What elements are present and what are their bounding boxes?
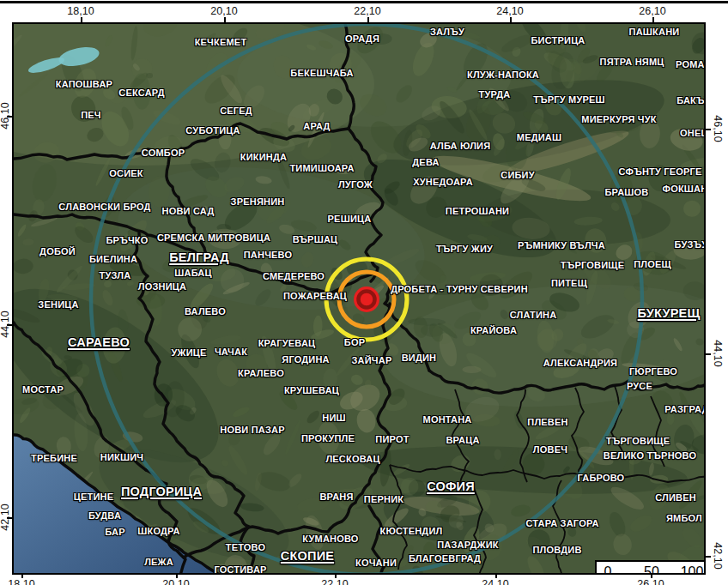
city-label: ГОСТИВАР <box>214 564 266 575</box>
city-label: КРУШЕВАЦ <box>284 385 339 395</box>
city-label: ПЕЧ <box>81 110 101 120</box>
axis-tick-label: 20,10 <box>162 578 189 585</box>
city-label: МИЕРКУРЯ ЧУК <box>581 114 656 124</box>
scale-tick-0: 0 <box>604 564 612 575</box>
map-canvas[interactable]: КЕЧКЕМЕТОРАДЯЗАЛЪУБИСТРИЦАПАШКАНИПЯТРА Н… <box>12 22 706 575</box>
city-label: ЗЕНИЦА <box>38 299 78 310</box>
city-label: ШКОДРА <box>137 526 180 536</box>
city-label: КРАЙОВА <box>470 325 517 335</box>
city-label: БОР <box>344 337 365 347</box>
axis-tick-label: 46,10 <box>712 115 724 142</box>
city-label: ФОКШАНИ <box>663 184 706 194</box>
city-label: КЮСТЕНДИЛ <box>380 526 443 536</box>
city-label: УЖИЦЕ <box>171 347 206 358</box>
capital-city-label: СКОПИЕ <box>281 549 334 563</box>
city-label: БАКЪУ <box>676 95 706 106</box>
city-label: БЛАГОЕВГРАД <box>409 553 481 564</box>
city-label: ПИТЕЩ <box>551 278 587 288</box>
city-label: ЛЕСКОВАЦ <box>325 454 379 464</box>
city-label: ВЪРШАЦ <box>293 234 338 244</box>
city-label: ПЯТРА НЯМЦ <box>600 57 664 67</box>
city-label: БИСТРИЦА <box>531 35 585 45</box>
city-label: НИШ <box>322 413 346 423</box>
city-label: НИКШИЧ <box>100 452 143 462</box>
city-label: АЛЕКСАНДРИЯ <box>543 358 617 368</box>
city-label: РУСЕ <box>627 381 652 391</box>
city-label: НОВИ САД <box>162 206 215 216</box>
axis-tick <box>651 573 652 578</box>
city-label: НОВИ ПАЗАР <box>220 425 284 435</box>
city-label: ПЕРНИК <box>364 494 403 504</box>
city-label: ЯГОДИНА <box>282 354 329 365</box>
axis-tick-label: 18,10 <box>67 5 94 17</box>
seismic-map-screenshot: { "map": { "axis": { "top": [{"label":"1… <box>0 0 728 585</box>
city-label: СЕКСАРД <box>118 87 164 98</box>
city-label: ГАБРОВО <box>578 473 625 483</box>
city-label: ДОБОЙ <box>39 246 76 256</box>
city-label: АРАД <box>303 121 330 131</box>
city-label: ХУНЕДОАРА <box>413 177 473 187</box>
capital-city-label: САРАЕВО <box>68 335 130 349</box>
city-label: СМЕДЕРЕВО <box>263 271 325 281</box>
city-label: СОМБОР <box>142 148 185 158</box>
city-label: СРЕМСКА МИТРОВИЦА <box>157 232 270 243</box>
city-label: ГЮРГЕВО <box>629 366 677 377</box>
axis-tick <box>510 17 512 22</box>
city-label: ТЪРГУ ЖИУ <box>436 244 493 254</box>
axis-tick <box>7 517 12 519</box>
city-label: СУБОТИЦА <box>185 125 240 136</box>
scale-bar: 0 50 100 км <box>595 560 706 575</box>
city-label: СЛАВОНСКИ БРОД <box>58 202 150 212</box>
city-label: РОМАН <box>676 59 706 69</box>
city-label: КОЧАНИ <box>355 558 397 568</box>
city-label: ТЪРГОВИЩЕ <box>606 436 670 446</box>
axis-tick <box>81 17 82 22</box>
city-label: РЪМНИКУ ВЪЛЧА <box>518 240 605 250</box>
city-label: СЛАТИНА <box>510 310 557 320</box>
satellite-basemap <box>14 24 706 575</box>
city-label: БУДВА <box>88 510 121 521</box>
city-label: ЛУГОЖ <box>338 179 373 190</box>
city-label: ЛЕЖА <box>144 557 173 567</box>
capital-city-label: СОФИЯ <box>427 479 475 493</box>
axis-tick <box>224 17 226 22</box>
city-label: БАР <box>105 527 124 537</box>
city-label: ОНЕЩ <box>680 128 706 138</box>
city-label: ВЕЛИКО ТЪРНОВО <box>604 450 696 461</box>
city-label: РАЗГРАД <box>664 404 706 414</box>
axis-tick <box>706 556 711 558</box>
city-label: КЕЧКЕМЕТ <box>195 37 247 47</box>
city-label: КРАЛЕВО <box>238 368 284 378</box>
city-label: КАПОШВАР <box>56 79 112 89</box>
city-label: БЕКЕШЧАБА <box>290 68 353 78</box>
city-label: ОСИЕК <box>109 168 143 178</box>
city-label: БРЪЧКО <box>106 235 148 245</box>
axis-tick-label: 26,10 <box>637 578 664 585</box>
capital-city-label: БУКУРЕЩ <box>638 306 701 320</box>
city-label: АЛБА ЮЛИЯ <box>430 141 491 151</box>
axis-tick <box>7 116 12 118</box>
city-label: ПЛОЕЩ <box>634 259 671 269</box>
axis-tick-label: 42,10 <box>712 542 724 569</box>
axis-tick-label: 24,10 <box>482 578 508 585</box>
city-label: СИБИУ <box>500 170 535 180</box>
city-label: ПАШКАНИ <box>629 27 680 37</box>
city-label: БРАШОВ <box>605 187 649 197</box>
scale-tick-100: 100 <box>681 564 704 575</box>
city-label: КРАГУЕВАЦ <box>258 338 316 348</box>
city-label: ЯМБОЛ <box>666 513 702 523</box>
city-label: ЧАЧАК <box>215 347 247 357</box>
city-label: СТАРА ЗАГОРА <box>525 518 598 528</box>
axis-tick <box>335 573 337 578</box>
city-label: ТЪРГОВИЩЕ <box>561 260 624 270</box>
city-label: ПОЖАРЕВАЦ <box>283 291 347 301</box>
capital-city-label: БЕЛГРАД <box>169 250 229 264</box>
city-label: ТИМИШОАРА <box>289 163 354 173</box>
city-label: ДЕВА <box>412 157 439 167</box>
city-label: ДРОБЕТА - ТУРНУ СЕВЕРИН <box>391 284 528 294</box>
city-label: ВАЛЕВО <box>185 306 226 317</box>
axis-tick-label: 22,10 <box>354 5 380 17</box>
city-label: ПАНЧЕВО <box>244 250 293 260</box>
city-label: ТУЗЛА <box>100 270 131 280</box>
city-label: ОРАДЯ <box>345 33 379 44</box>
